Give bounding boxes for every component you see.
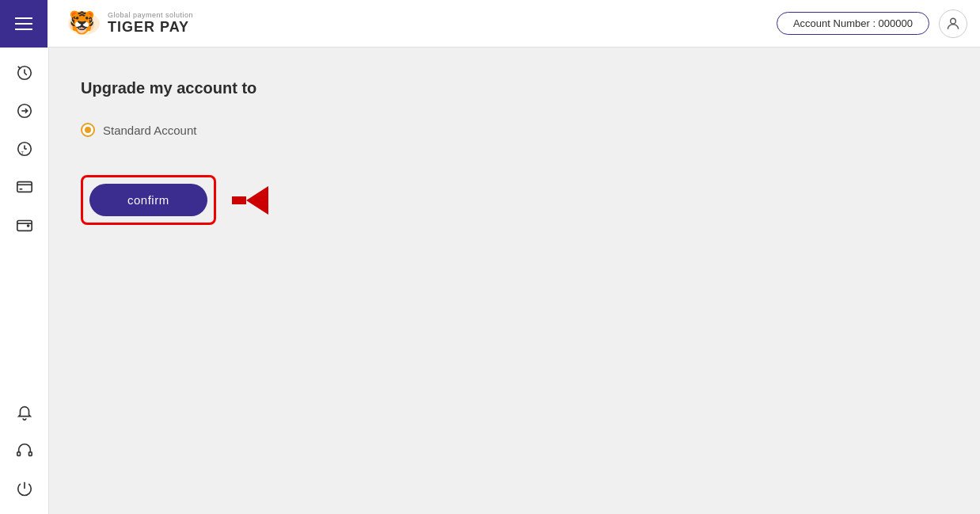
sidebar-item-history[interactable] [7, 55, 42, 90]
svg-rect-15 [17, 452, 20, 456]
header: 🐯 Global payment solution TIGER PAY Acco… [0, 0, 980, 48]
power-icon [16, 480, 33, 497]
transfer-icon [16, 102, 33, 120]
hamburger-button[interactable] [0, 0, 47, 48]
user-profile-button[interactable] [939, 10, 967, 38]
account-number-badge: Account Number : 000000 [777, 12, 929, 35]
wallet-icon [16, 216, 33, 234]
logo-text: Global payment solution TIGER PAY [108, 12, 193, 36]
standard-account-label: Standard Account [103, 124, 196, 137]
sidebar-item-card[interactable] [7, 169, 42, 204]
confirm-area: confirm [81, 175, 948, 225]
main-content: Upgrade my account to Standard Account c… [49, 48, 980, 514]
arrow-shaft [232, 196, 246, 204]
sidebar-item-logout[interactable] [7, 471, 42, 506]
arrow-head [246, 186, 268, 215]
radio-dot-inner [85, 127, 91, 133]
history-icon [16, 64, 33, 82]
svg-rect-16 [28, 452, 32, 456]
standard-account-option[interactable]: Standard Account [81, 123, 948, 137]
schedule-icon: T [16, 140, 33, 158]
svg-text:🐯: 🐯 [68, 10, 96, 36]
sidebar: T [0, 48, 49, 514]
svg-rect-14 [17, 221, 31, 231]
person-icon [945, 16, 961, 32]
sidebar-item-transfer[interactable] [7, 93, 42, 128]
svg-line-4 [17, 67, 20, 69]
sidebar-item-schedule[interactable]: T [7, 131, 42, 166]
logo-area: 🐯 Global payment solution TIGER PAY [66, 10, 193, 38]
svg-point-2 [951, 18, 956, 24]
sidebar-item-wallet[interactable] [7, 208, 42, 242]
headset-icon [16, 442, 33, 459]
arrow-indicator [232, 186, 268, 215]
header-left: 🐯 Global payment solution TIGER PAY [13, 0, 193, 48]
confirm-button[interactable]: confirm [89, 184, 207, 216]
sidebar-item-support[interactable] [7, 433, 42, 468]
logo-title: TIGER PAY [108, 20, 193, 36]
sidebar-item-notifications[interactable] [7, 395, 42, 430]
page-title: Upgrade my account to [81, 79, 948, 97]
radio-button[interactable] [81, 123, 95, 137]
tiger-logo-icon: 🐯 [66, 10, 101, 38]
confirm-button-wrapper: confirm [81, 175, 216, 225]
header-right: Account Number : 000000 [777, 10, 967, 38]
body-layout: T [0, 48, 980, 514]
card-icon [16, 178, 33, 196]
bell-icon [16, 404, 33, 421]
svg-rect-11 [17, 182, 31, 192]
